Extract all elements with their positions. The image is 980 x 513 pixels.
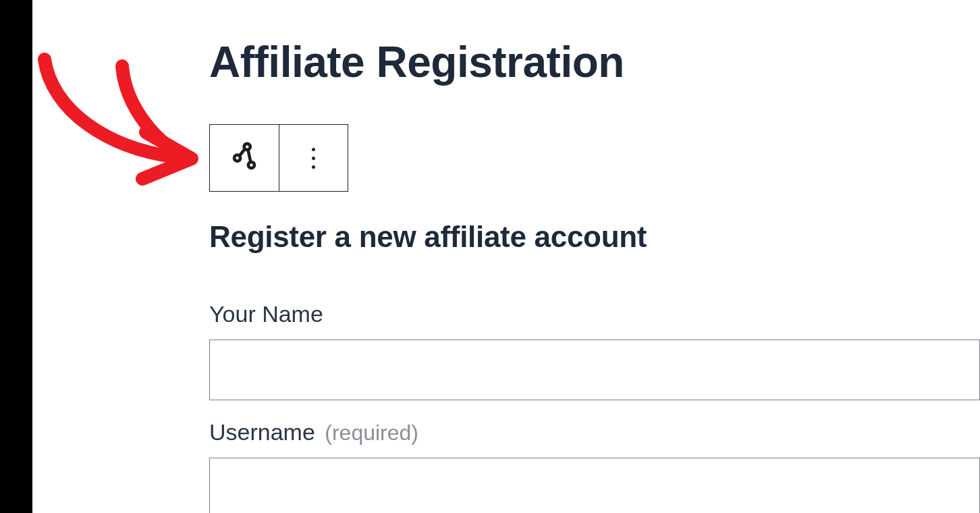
- affiliate-block-icon: [227, 140, 261, 176]
- field-label: Your Name: [209, 301, 323, 327]
- form-subheading: Register a new affiliate account: [209, 220, 980, 254]
- page-content: Affiliate Registration Register a new af…: [209, 37, 980, 513]
- form-field-username: Username (required): [209, 419, 980, 513]
- more-vertical-icon: [312, 148, 315, 169]
- block-toolbar: [209, 124, 348, 192]
- your-name-input[interactable]: [209, 340, 980, 400]
- username-input[interactable]: [209, 458, 980, 513]
- annotation-arrow: [31, 47, 213, 202]
- page-title: Affiliate Registration: [209, 37, 980, 87]
- form-field-your-name: Your Name: [209, 301, 980, 400]
- block-more-options-button[interactable]: [279, 125, 348, 191]
- block-type-button[interactable]: [210, 125, 279, 191]
- required-hint: (required): [325, 421, 418, 445]
- field-label: Username: [209, 419, 315, 446]
- editor-left-bar: [0, 0, 32, 513]
